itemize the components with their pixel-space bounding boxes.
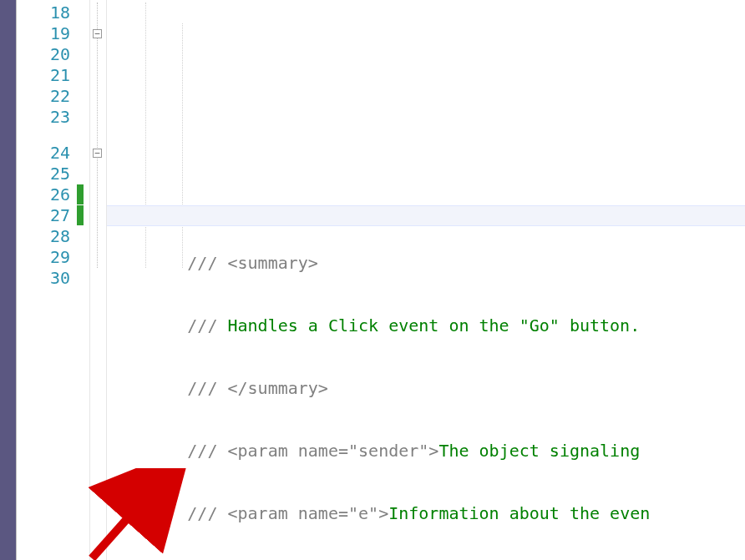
line-number: 27: [17, 205, 70, 226]
outline-gutter: − −: [90, 0, 107, 560]
fold-toggle[interactable]: −: [93, 149, 102, 158]
line-number: 22: [17, 86, 70, 107]
ide-root: 18 19 20 21 22 23 24 25 26 27 28 29 30 −…: [0, 0, 745, 560]
code-line: /// <param name="sender">The object sign…: [107, 441, 745, 462]
line-number: 26: [17, 184, 70, 205]
change-marker: [77, 205, 84, 225]
change-marker: [77, 184, 84, 204]
code-line: /// </summary>: [107, 378, 745, 399]
code-line: /// <summary>: [107, 253, 745, 274]
line-number: 24: [17, 143, 70, 164]
line-number: 23: [17, 107, 70, 128]
line-number: 20: [17, 44, 70, 65]
change-marker-gutter: [75, 0, 90, 560]
code-editor[interactable]: 18 19 20 21 22 23 24 25 26 27 28 29 30 −…: [16, 0, 745, 560]
line-number: 28: [17, 226, 70, 247]
code-text-area[interactable]: /// <summary> /// Handles a Click event …: [107, 0, 745, 560]
line-number: 18: [17, 3, 70, 23]
code-line: /// <param name="e">Information about th…: [107, 503, 745, 524]
line-number: 29: [17, 247, 70, 268]
code-line: [107, 190, 745, 211]
line-number: 21: [17, 65, 70, 86]
code-line: /// Handles a Click event on the "Go" bu…: [107, 315, 745, 336]
fold-toggle[interactable]: −: [93, 29, 102, 38]
line-number-gutter: 18 19 20 21 22 23 24 25 26 27 28 29 30: [17, 0, 75, 560]
line-number: 19: [17, 23, 70, 44]
line-number: 30: [17, 268, 70, 289]
line-number: 25: [17, 164, 70, 184]
